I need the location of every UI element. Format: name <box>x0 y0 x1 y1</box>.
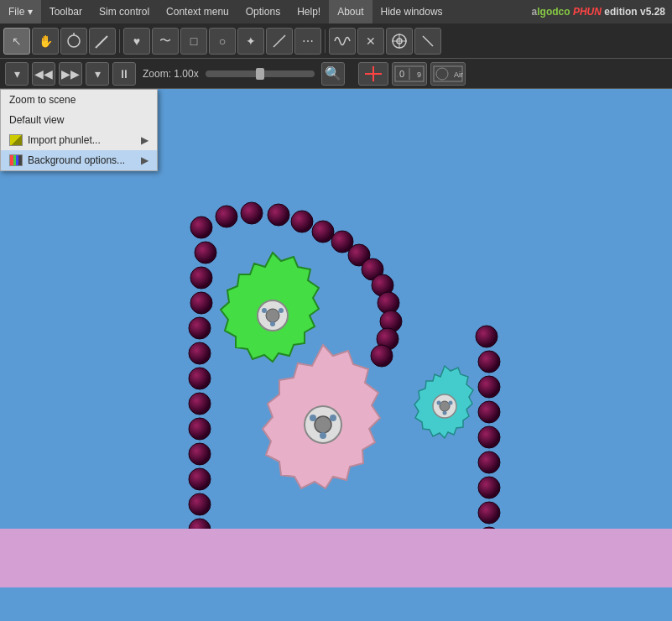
menu-import-phunlet[interactable]: Import phunlet... ▶ <box>1 130 157 150</box>
tool-hand[interactable]: ✋ <box>32 28 59 55</box>
svg-point-22 <box>262 308 267 313</box>
tool-wave[interactable] <box>329 28 356 55</box>
tool-heart[interactable]: ♥ <box>123 28 150 55</box>
menubar: File ▾ Toolbar Sim control Context menu … <box>0 0 672 23</box>
search-button[interactable]: 🔍 <box>321 62 345 86</box>
tool-circle[interactable]: ○ <box>209 28 236 55</box>
svg-point-29 <box>320 432 326 439</box>
tool-cursor[interactable]: ↖ <box>3 28 30 55</box>
playbar: ▾ ◀◀ ▶▶ ▾ ⏸ Zoom: 1.00x 🔍 0 . 9 Air <box>0 59 672 89</box>
svg-point-44 <box>189 443 211 465</box>
menu-options[interactable]: Options <box>237 0 289 23</box>
svg-text:0: 0 <box>399 69 404 79</box>
svg-point-50 <box>241 202 263 224</box>
svg-point-37 <box>190 267 212 289</box>
background-options-label: Background options... <box>28 154 125 166</box>
import-icon <box>9 134 23 146</box>
svg-point-35 <box>190 217 212 238</box>
menu-background-options[interactable]: Background options... ▶ <box>1 150 157 170</box>
svg-point-45 <box>189 468 211 490</box>
separator-1 <box>119 29 120 53</box>
zoom-slider[interactable] <box>206 70 315 77</box>
separator-2 <box>325 29 326 53</box>
tool-gear[interactable]: ✦ <box>237 28 264 55</box>
toolbar: ↖ ✋ ♥ 〜 □ ○ ✦ ⋯ ✕ <box>0 23 672 59</box>
svg-point-51 <box>268 204 289 226</box>
svg-point-31 <box>440 401 450 411</box>
svg-point-38 <box>190 292 212 314</box>
svg-line-4 <box>273 35 285 47</box>
svg-point-64 <box>478 376 500 398</box>
import-phunlet-label: Import phunlet... <box>28 134 101 146</box>
svg-point-27 <box>310 415 316 421</box>
menu-zoom-to-scene[interactable]: Zoom to scene <box>1 90 157 110</box>
menu-default-view[interactable]: Default view <box>1 110 157 130</box>
menu-file[interactable]: File ▾ <box>0 0 41 23</box>
dropdown-arrow2[interactable]: ▾ <box>86 62 109 86</box>
menu-help[interactable]: Help! <box>289 0 329 23</box>
svg-point-28 <box>330 415 336 421</box>
svg-point-43 <box>189 418 211 440</box>
background-icon <box>9 154 23 166</box>
svg-line-9 <box>423 36 433 46</box>
svg-text:Air: Air <box>454 70 463 79</box>
svg-point-21 <box>266 309 279 322</box>
svg-point-67 <box>478 451 500 473</box>
svg-point-32 <box>437 401 441 405</box>
svg-point-39 <box>189 317 211 339</box>
svg-point-18 <box>436 68 448 80</box>
svg-point-62 <box>476 326 497 347</box>
svg-point-46 <box>189 493 211 515</box>
tool-lasso[interactable] <box>60 28 87 55</box>
tool-dots[interactable]: ⋯ <box>294 28 321 55</box>
svg-point-42 <box>189 393 211 415</box>
svg-point-0 <box>68 35 80 47</box>
svg-point-33 <box>449 401 453 405</box>
menu-contextmenu[interactable]: Context menu <box>158 0 237 23</box>
svg-line-3 <box>96 46 97 48</box>
svg-point-36 <box>195 242 216 264</box>
svg-text:9: 9 <box>417 70 421 79</box>
import-arrow-icon: ▶ <box>141 134 148 146</box>
svg-point-24 <box>270 321 275 326</box>
tool-box[interactable]: □ <box>180 28 207 55</box>
zoom-label: Zoom: 1.00x <box>143 68 199 80</box>
svg-line-2 <box>97 36 107 46</box>
svg-point-53 <box>312 221 334 243</box>
tool-target[interactable] <box>386 28 413 55</box>
speed-button[interactable]: 0 . 9 <box>392 62 427 86</box>
dropdown-arrow[interactable]: ▾ <box>5 62 29 86</box>
menu-hidewindows[interactable]: Hide windows <box>372 0 451 23</box>
dropdown-menu: Zoom to scene Default view Import phunle… <box>0 89 158 171</box>
svg-point-26 <box>315 416 331 433</box>
svg-point-40 <box>189 342 211 364</box>
svg-point-68 <box>478 477 500 498</box>
svg-point-49 <box>216 206 237 227</box>
tool-pencil[interactable] <box>89 28 116 55</box>
menu-toolbar[interactable]: Toolbar <box>41 0 91 23</box>
svg-point-34 <box>443 411 447 415</box>
floor <box>0 529 672 587</box>
svg-point-23 <box>279 308 284 313</box>
zoom-thumb[interactable] <box>256 68 264 80</box>
main-canvas[interactable]: Zoom to scene Default view Import phunle… <box>0 89 672 587</box>
tool-chain[interactable]: 〜 <box>152 28 179 55</box>
svg-point-69 <box>478 502 500 524</box>
pause-button[interactable]: ⏸ <box>112 62 136 86</box>
svg-point-66 <box>478 426 500 448</box>
crosshair-button[interactable] <box>358 62 388 86</box>
air-button[interactable]: Air <box>430 62 466 86</box>
menu-about[interactable]: About <box>329 0 372 23</box>
menu-simcontrol[interactable]: Sim control <box>91 0 158 23</box>
tool-knife[interactable] <box>266 28 293 55</box>
tool-x[interactable]: ✕ <box>357 28 384 55</box>
background-arrow-icon: ▶ <box>141 154 148 166</box>
svg-point-41 <box>189 368 211 389</box>
tool-slash[interactable] <box>414 28 441 55</box>
svg-point-63 <box>478 351 500 373</box>
default-view-label: Default view <box>9 114 64 126</box>
rewind-button[interactable]: ◀◀ <box>32 62 55 86</box>
zoom-to-scene-label: Zoom to scene <box>9 94 76 106</box>
svg-point-61 <box>371 345 393 367</box>
forward-button[interactable]: ▶▶ <box>59 62 82 86</box>
